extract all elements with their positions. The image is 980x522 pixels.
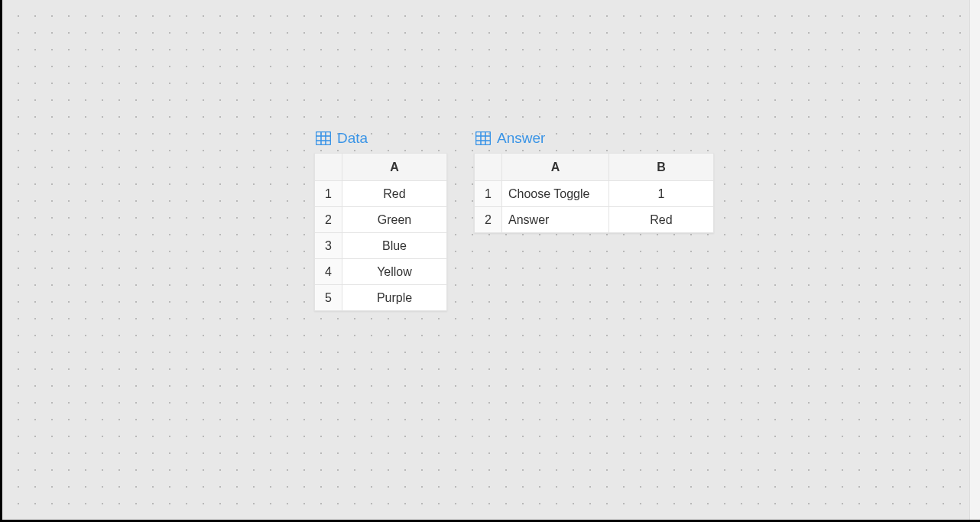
answer-table-title-row[interactable]: Answer <box>474 130 714 147</box>
data-table-corner[interactable] <box>315 154 342 181</box>
table-row: 2 Green <box>315 207 447 233</box>
table-row: 1 Red <box>315 181 447 207</box>
cell[interactable]: Green <box>342 207 447 233</box>
answer-table-block[interactable]: Answer A B 1 Choose Toggle 1 2 Answer <box>474 130 714 233</box>
table-row: 1 Choose Toggle 1 <box>475 181 714 207</box>
table-row: 2 Answer Red <box>475 207 714 233</box>
table-row: 5 Purple <box>315 285 447 311</box>
data-table-head-row: A <box>315 154 447 181</box>
data-table[interactable]: A 1 Red 2 Green 3 Blue 4 Yellow <box>314 153 447 311</box>
cell[interactable]: Red <box>342 181 447 207</box>
answer-table-col-b[interactable]: B <box>609 154 714 181</box>
table-icon <box>475 131 491 145</box>
svg-rect-5 <box>476 132 491 145</box>
answer-table-title: Answer <box>497 130 545 147</box>
answer-table[interactable]: A B 1 Choose Toggle 1 2 Answer Red <box>474 153 714 233</box>
rownum[interactable]: 1 <box>315 181 342 207</box>
cell[interactable]: Answer <box>502 207 609 233</box>
answer-table-col-a[interactable]: A <box>502 154 609 181</box>
rownum[interactable]: 1 <box>475 181 502 207</box>
vertical-scrollbar[interactable] <box>969 0 980 520</box>
rownum[interactable]: 4 <box>315 259 342 285</box>
cell[interactable]: Purple <box>342 285 447 311</box>
rownum[interactable]: 2 <box>315 207 342 233</box>
data-table-col-a[interactable]: A <box>342 154 447 181</box>
data-table-block[interactable]: Data A 1 Red 2 Green 3 Bl <box>314 130 447 311</box>
cell[interactable]: Choose Toggle <box>502 181 609 207</box>
svg-rect-0 <box>316 132 331 145</box>
cell[interactable]: 1 <box>609 181 714 207</box>
table-icon <box>316 131 331 145</box>
answer-table-head-row: A B <box>475 154 714 181</box>
canvas[interactable]: Data A 1 Red 2 Green 3 Bl <box>2 0 980 520</box>
cell[interactable]: Yellow <box>342 259 447 285</box>
data-table-title-row[interactable]: Data <box>314 130 447 147</box>
rownum[interactable]: 3 <box>315 233 342 259</box>
rownum[interactable]: 5 <box>315 285 342 311</box>
answer-table-corner[interactable] <box>475 154 502 181</box>
cell[interactable]: Blue <box>342 233 447 259</box>
table-row: 3 Blue <box>315 233 447 259</box>
table-row: 4 Yellow <box>315 259 447 285</box>
cell[interactable]: Red <box>609 207 714 233</box>
data-table-title: Data <box>337 130 368 147</box>
rownum[interactable]: 2 <box>475 207 502 233</box>
